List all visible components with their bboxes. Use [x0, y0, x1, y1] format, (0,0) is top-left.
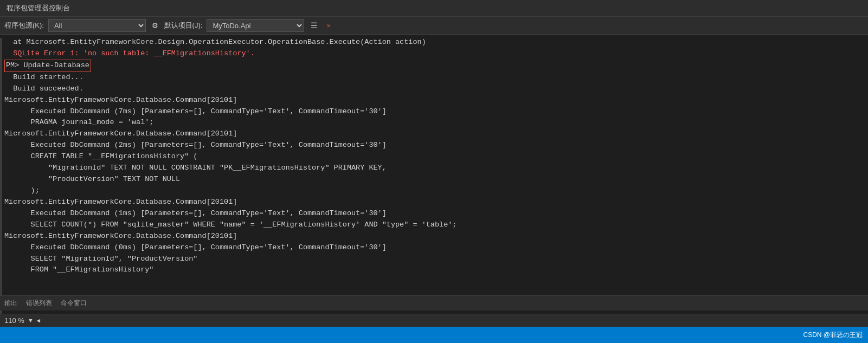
tab-output[interactable]: 输出 [4, 296, 17, 310]
console-line: "ProductVersion" TEXT NOT NULL [4, 174, 864, 185]
console-line: PM> Update-Database [4, 60, 864, 72]
title-text: 程序包管理器控制台 [7, 4, 70, 12]
left-border [0, 38, 2, 316]
console-line: PRAGMA journal_mode = 'wal'; [4, 117, 864, 128]
console-line: SELECT COUNT(*) FROM "sqlite_master" WHE… [4, 219, 864, 231]
console-area: at Microsoft.EntityFrameworkCore.Design.… [0, 35, 868, 323]
status-bar: CSDN @罪恶の王冠 [0, 327, 868, 343]
default-project-label: 默认项目(J): [164, 21, 203, 30]
console-line: SELECT "MigrationId", "ProductVersion" [4, 254, 864, 265]
credit-text: CSDN @罪恶の王冠 [803, 331, 863, 340]
dropdown-icon[interactable]: ▼ [29, 318, 33, 324]
close-icon[interactable]: ✕ [324, 21, 332, 31]
toolbar: 程序包源(K): All ⚙ 默认项目(J): MyToDo.Api ☰ ✕ [0, 17, 868, 35]
title-bar: 程序包管理器控制台 [0, 0, 868, 17]
console-line: Microsoft.EntityFrameworkCore.Database.C… [4, 128, 864, 140]
tab-bar: 输出 错误列表 命令窗口 [0, 295, 868, 310]
console-line: FROM "__EFMigrationsHistory" [4, 264, 864, 276]
gear-icon[interactable]: ⚙ [150, 19, 160, 32]
console-line: ); [4, 185, 864, 197]
source-select[interactable]: All [48, 19, 146, 32]
tab-error-list[interactable]: 错误列表 [26, 296, 52, 310]
console-line: Executed DbCommand (2ms) [Parameters=[],… [4, 140, 864, 151]
console-line: at Microsoft.EntityFrameworkCore.Design.… [4, 37, 864, 48]
console-line: Microsoft.EntityFrameworkCore.Database.C… [4, 95, 864, 106]
default-project-select[interactable]: MyToDo.Api [207, 19, 304, 32]
console-line: Build succeeded. [4, 83, 864, 95]
scroll-left-icon[interactable]: ◀ [36, 317, 40, 324]
console-line: CREATE TABLE "__EFMigrationsHistory" ( [4, 151, 864, 163]
command-text: PM> Update-Database [4, 60, 91, 72]
source-label: 程序包源(K): [4, 21, 44, 30]
list-icon[interactable]: ☰ [308, 20, 320, 31]
bottom-bar: 110 % ▼ ◀ [0, 314, 868, 327]
console-line: Microsoft.EntityFrameworkCore.Database.C… [4, 231, 864, 242]
console-line: Executed DbCommand (7ms) [Parameters=[],… [4, 106, 864, 118]
console-line: SQLite Error 1: 'no such table: __EFMigr… [4, 48, 864, 60]
console-line: Microsoft.EntityFrameworkCore.Database.C… [4, 197, 864, 208]
console-line: Build started... [4, 72, 864, 83]
console-line: Executed DbCommand (1ms) [Parameters=[],… [4, 208, 864, 219]
zoom-label: 110 % [4, 316, 24, 325]
console-line: Executed DbCommand (0ms) [Parameters=[],… [4, 242, 864, 254]
console-line: "MigrationId" TEXT NOT NULL CONSTRAINT "… [4, 163, 864, 174]
tab-command-window[interactable]: 命令窗口 [61, 296, 87, 310]
